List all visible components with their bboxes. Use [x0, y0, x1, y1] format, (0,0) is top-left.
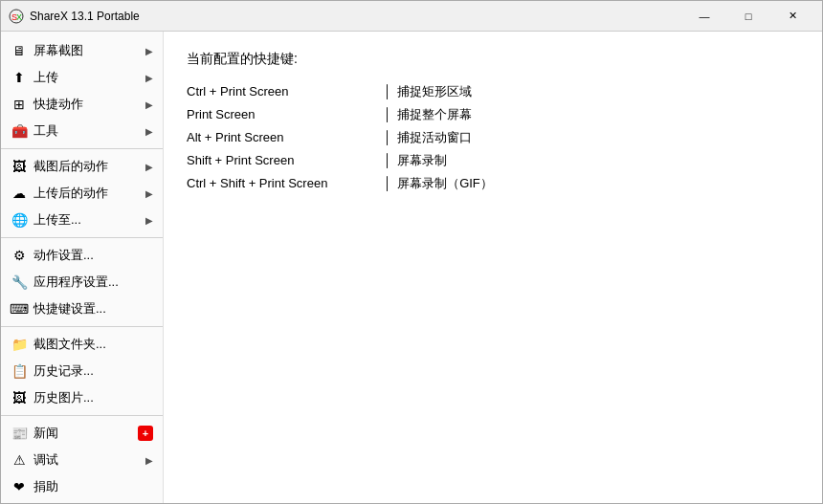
- sidebar-item-news[interactable]: 📰 新闻 +: [1, 420, 163, 447]
- shortcut-separator: │: [384, 130, 391, 144]
- sidebar-item-after-capture[interactable]: 🖼 截图后的动作 ▶: [1, 153, 163, 180]
- app-window: S X ShareX 13.1 Portable — □ ✕ 🖥 屏幕截图 ▶ …: [0, 0, 823, 504]
- history-label: 历史记录...: [33, 362, 153, 380]
- separator-4: [1, 415, 163, 416]
- minimize-button[interactable]: —: [682, 1, 726, 32]
- window-title: ShareX 13.1 Portable: [30, 10, 682, 23]
- after-upload-icon: ☁: [11, 185, 28, 202]
- shortcut-description: 捕捉整个屏幕: [397, 106, 472, 123]
- shortcuts-arrow: ▶: [145, 99, 153, 110]
- shortcuts-title: 当前配置的快捷键:: [187, 51, 799, 68]
- sidebar-item-tools[interactable]: 🧰 工具 ▶: [1, 118, 163, 144]
- news-label: 新闻: [33, 425, 134, 442]
- shortcut-row: Shift + Print Screen │ 屏幕录制: [187, 152, 799, 169]
- shortcuts-icon: ⊞: [11, 96, 28, 113]
- tools-icon: 🧰: [11, 122, 28, 140]
- sidebar-item-screenshot[interactable]: 🖥 屏幕截图 ▶: [1, 37, 163, 64]
- shortcut-row: Print Screen │ 捕捉整个屏幕: [187, 106, 799, 123]
- sidebar-item-donate[interactable]: ❤ 捐助: [1, 473, 163, 500]
- title-bar: S X ShareX 13.1 Portable — □ ✕: [1, 1, 822, 32]
- screenshot-label: 屏幕截图: [33, 42, 145, 59]
- sidebar-item-hotkey-settings[interactable]: ⌨ 快捷键设置...: [1, 296, 163, 322]
- sidebar-item-upload[interactable]: ⬆ 上传 ▶: [1, 64, 163, 91]
- history-icon: 📋: [11, 362, 28, 380]
- image-history-icon: 🖼: [11, 389, 28, 406]
- debug-icon: ⚠: [11, 451, 28, 469]
- tools-label: 工具: [33, 122, 145, 140]
- main-content: 🖥 屏幕截图 ▶ ⬆ 上传 ▶ ⊞ 快捷动作 ▶ 🧰 工具 ▶ 🖼: [1, 32, 822, 503]
- separator-3: [1, 326, 163, 327]
- shortcut-row: Alt + Print Screen │ 捕捉活动窗口: [187, 129, 799, 146]
- after-upload-arrow: ▶: [145, 188, 153, 199]
- screenshot-icon: 🖥: [11, 42, 28, 59]
- maximize-button[interactable]: □: [726, 1, 770, 32]
- shortcut-row: Ctrl + Print Screen │ 捕捉矩形区域: [187, 83, 799, 100]
- shortcut-description: 屏幕录制（GIF）: [397, 175, 493, 192]
- shortcut-keys: Ctrl + Shift + Print Screen: [187, 176, 378, 190]
- debug-label: 调试: [33, 451, 145, 469]
- shortcut-separator: │: [384, 84, 391, 99]
- image-history-label: 历史图片...: [33, 389, 153, 406]
- window-controls: — □ ✕: [682, 1, 814, 32]
- sidebar-item-history[interactable]: 📋 历史记录...: [1, 358, 163, 384]
- sidebar-item-about[interactable]: 🏷 关于: [1, 500, 163, 503]
- news-icon: 📰: [11, 425, 28, 442]
- tools-arrow: ▶: [145, 126, 153, 137]
- donate-icon: ❤: [11, 478, 28, 495]
- after-capture-icon: 🖼: [11, 158, 28, 175]
- sidebar-item-action-settings[interactable]: ⚙ 动作设置...: [1, 242, 163, 269]
- close-button[interactable]: ✕: [770, 1, 814, 32]
- sidebar-item-screenshot-folder[interactable]: 📁 截图文件夹...: [1, 331, 163, 358]
- shortcut-keys: Ctrl + Print Screen: [187, 84, 378, 99]
- shortcut-separator: │: [384, 176, 391, 190]
- hotkey-settings-icon: ⌨: [11, 300, 28, 318]
- screenshot-folder-label: 截图文件夹...: [33, 336, 153, 353]
- sidebar-item-debug[interactable]: ⚠ 调试 ▶: [1, 447, 163, 473]
- shortcut-row: Ctrl + Shift + Print Screen │ 屏幕录制（GIF）: [187, 175, 799, 192]
- shortcut-keys: Print Screen: [187, 107, 378, 121]
- hotkey-settings-label: 快捷键设置...: [33, 300, 153, 318]
- destinations-icon: 🌐: [11, 211, 28, 229]
- app-settings-icon: 🔧: [11, 274, 28, 291]
- upload-label: 上传: [33, 69, 145, 86]
- destinations-label: 上传至...: [33, 211, 145, 229]
- app-settings-label: 应用程序设置...: [33, 274, 153, 291]
- screenshot-arrow: ▶: [145, 46, 153, 56]
- shortcut-description: 捕捉矩形区域: [397, 83, 472, 100]
- after-capture-label: 截图后的动作: [33, 158, 145, 175]
- shortcut-separator: │: [384, 153, 391, 167]
- upload-arrow: ▶: [145, 73, 153, 83]
- sidebar-item-after-upload[interactable]: ☁ 上传后的动作 ▶: [1, 180, 163, 207]
- shortcut-description: 捕捉活动窗口: [397, 129, 472, 146]
- shortcuts-list: Ctrl + Print Screen │ 捕捉矩形区域 Print Scree…: [187, 83, 799, 192]
- separator-2: [1, 237, 163, 238]
- sidebar-item-image-history[interactable]: 🖼 历史图片...: [1, 384, 163, 411]
- shortcut-keys: Shift + Print Screen: [187, 153, 378, 167]
- donate-label: 捐助: [33, 478, 153, 495]
- action-settings-label: 动作设置...: [33, 247, 153, 264]
- sidebar-item-app-settings[interactable]: 🔧 应用程序设置...: [1, 269, 163, 296]
- shortcuts-label: 快捷动作: [33, 96, 145, 113]
- main-panel: 当前配置的快捷键: Ctrl + Print Screen │ 捕捉矩形区域 P…: [164, 32, 822, 503]
- shortcut-keys: Alt + Print Screen: [187, 130, 378, 144]
- upload-icon: ⬆: [11, 69, 28, 86]
- sidebar: 🖥 屏幕截图 ▶ ⬆ 上传 ▶ ⊞ 快捷动作 ▶ 🧰 工具 ▶ 🖼: [1, 32, 164, 503]
- debug-arrow: ▶: [145, 455, 153, 466]
- action-settings-icon: ⚙: [11, 247, 28, 264]
- sidebar-item-shortcuts[interactable]: ⊞ 快捷动作 ▶: [1, 91, 163, 118]
- svg-text:X: X: [16, 12, 22, 22]
- shortcut-separator: │: [384, 107, 391, 121]
- after-upload-label: 上传后的动作: [33, 185, 145, 202]
- sidebar-item-destinations[interactable]: 🌐 上传至... ▶: [1, 207, 163, 233]
- after-capture-arrow: ▶: [145, 162, 153, 172]
- news-badge: +: [138, 426, 153, 441]
- shortcut-description: 屏幕录制: [397, 152, 447, 169]
- app-icon: S X: [9, 9, 24, 24]
- separator-1: [1, 148, 163, 149]
- screenshot-folder-icon: 📁: [11, 336, 28, 353]
- destinations-arrow: ▶: [145, 215, 153, 226]
